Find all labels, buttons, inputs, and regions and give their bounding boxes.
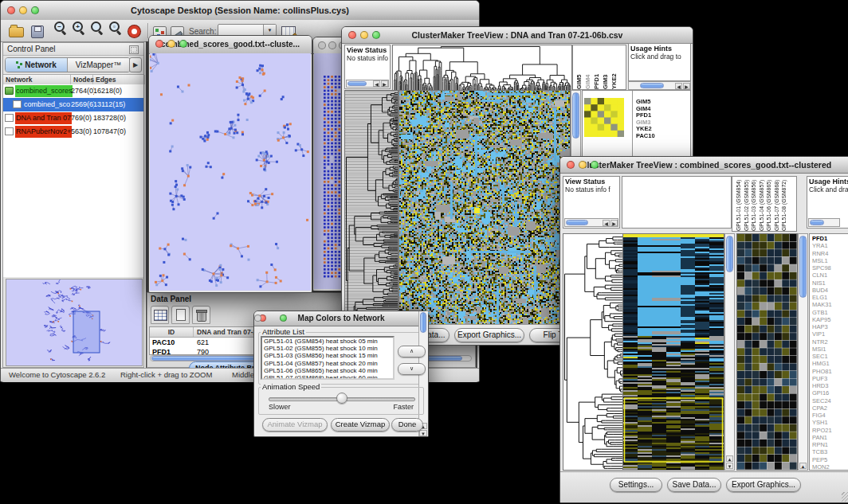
network-overview-canvas[interactable] (6, 279, 142, 365)
help-icon[interactable] (128, 23, 144, 39)
network-overview-panel[interactable] (6, 279, 143, 366)
zoom-window-icon[interactable] (280, 315, 287, 322)
scrollbar-thumb[interactable] (572, 92, 579, 139)
gene-label[interactable]: FIG4 (812, 412, 848, 419)
gene-label[interactable]: PHO81 (812, 368, 848, 375)
zoom-out-icon[interactable]: − (53, 21, 68, 35)
scrollbar-thumb[interactable] (640, 83, 664, 88)
gene-label[interactable]: CLN1 (812, 272, 848, 279)
scrollbar-thumb[interactable] (347, 81, 367, 86)
zoom-in-icon[interactable]: + (72, 21, 86, 35)
zoom-window-icon[interactable] (591, 161, 599, 169)
network-view-window[interactable]: combined_scores_good.txt--cluste... (148, 35, 312, 293)
scrollbar-thumb[interactable] (566, 220, 588, 225)
column-label[interactable]: GPL51-01 (GSM854) (735, 177, 743, 231)
column-tree-panel[interactable] (622, 176, 732, 229)
similarity-matrix-canvas[interactable] (584, 98, 624, 137)
column-label[interactable]: GPL51-08 (GSM872) (780, 177, 788, 231)
scroll-up-icon[interactable]: ▲ (799, 463, 807, 469)
minimize-icon[interactable] (19, 6, 27, 14)
gene-label[interactable]: BUD4 (812, 287, 848, 294)
gene-label[interactable]: PFD1 (812, 235, 848, 242)
gene-label[interactable]: HMG1 (812, 360, 848, 367)
attribute-list-item[interactable]: GPL51-03 (GSM856) heat shock 15 min (262, 352, 393, 359)
zoom-scrollbar[interactable]: ▲ (798, 233, 808, 471)
gene-label[interactable]: PUF3 (812, 375, 848, 382)
scrollbar-thumb[interactable] (726, 236, 733, 272)
node-attributes-tab[interactable] (151, 306, 169, 324)
treeview-button[interactable]: Save Data... (667, 478, 721, 492)
float-panel-icon[interactable] (129, 45, 139, 54)
heatmap-scrollbar[interactable]: ▲ ▼ (724, 233, 735, 471)
delete-attribute-icon[interactable] (192, 306, 210, 324)
gene-label[interactable]: PAC10 (636, 133, 655, 140)
column-label[interactable]: GPL51-03 (GSM856) (750, 177, 758, 231)
dialog-button[interactable]: Create Vizmap (331, 418, 390, 432)
gene-label[interactable]: MSI1 (812, 346, 848, 353)
tab-overflow-icon[interactable]: ▶ (129, 57, 142, 72)
treeview-window-combined[interactable]: ClusterMaker TreeView : combined_scores_… (559, 156, 848, 503)
gene-label[interactable]: SEC1 (812, 353, 848, 360)
zoom-window-icon[interactable] (372, 31, 380, 39)
column-label[interactable]: GPL51-07 (GSM868) (773, 177, 781, 231)
gene-label[interactable]: KAP95 (812, 316, 848, 323)
row-dendrogram-canvas[interactable] (563, 233, 624, 471)
scroll-right-icon[interactable]: ▶ (381, 80, 388, 87)
open-file-icon[interactable] (9, 23, 25, 39)
treeview-button[interactable]: Settings... (610, 478, 662, 492)
main-title-bar[interactable]: Cytoscape Desktop (Session Name: collins… (1, 1, 479, 21)
gene-label[interactable]: ELG1 (812, 294, 848, 301)
close-icon[interactable] (7, 6, 15, 14)
column-label[interactable]: GIM3 (602, 45, 609, 89)
scrollbar[interactable]: ◀ ▶ (628, 81, 691, 90)
attribute-list-item[interactable]: GPL51-01 (GSM854) heat shock 05 min (262, 338, 393, 345)
scroll-right-icon[interactable]: ▶ (683, 83, 690, 89)
scrollbar-thumb[interactable] (810, 220, 824, 225)
column-label[interactable]: GPL51-02 (GSM855) (743, 177, 751, 231)
attribute-list-item[interactable]: GPL51-02 (GSM855) heat shock 10 min (262, 345, 393, 352)
row-dendrogram-canvas[interactable] (344, 90, 398, 326)
gene-label[interactable]: YSH1 (812, 419, 848, 426)
minimize-icon[interactable] (328, 41, 336, 49)
scroll-left-icon[interactable]: ◀ (373, 80, 380, 87)
column-label[interactable]: GIM5 (575, 45, 583, 89)
dialog-button[interactable]: Animate Vizmap (262, 418, 328, 432)
move-up-button[interactable]: ∧ (398, 346, 426, 357)
scroll-left-icon[interactable]: ◀ (603, 220, 610, 226)
gene-label[interactable]: PAN1 (812, 434, 848, 441)
minimize-icon[interactable] (360, 31, 368, 39)
zoom-fit-icon[interactable] (90, 21, 104, 35)
network-canvas[interactable] (150, 53, 311, 291)
minimize-icon[interactable] (167, 40, 175, 48)
close-icon[interactable] (348, 31, 356, 39)
gene-label[interactable]: NIS1 (812, 279, 848, 287)
gene-label[interactable]: GTB1 (812, 309, 848, 316)
gene-label[interactable]: PEP5 (812, 456, 848, 463)
gene-label[interactable]: RNR4 (812, 250, 848, 257)
attribute-list-item[interactable]: GPL51-04 (GSM857) heat shock 20 min (262, 360, 393, 367)
gene-label[interactable]: NTR2 (812, 338, 848, 346)
window-title-bar[interactable]: combined_scores_good.txt--cluste... (149, 36, 312, 54)
column-label[interactable]: GPL51-04 (GSM857) (758, 177, 766, 231)
table-row[interactable]: DNA and Tran 07 769(0) 183728(0) (3, 111, 143, 125)
scrollbar-thumb[interactable] (420, 312, 426, 333)
gene-label[interactable]: MSL1 (812, 257, 848, 264)
attribute-list-item[interactable]: GPL51-07 (GSM868) heat shock 60 min (262, 374, 393, 380)
scrollbar[interactable]: ◀ ▶ (564, 218, 618, 227)
treeview-button[interactable]: Export Graphics... (454, 328, 524, 342)
scroll-down-icon[interactable]: ▼ (726, 463, 733, 469)
zoom-window-icon[interactable] (179, 40, 187, 48)
column-label[interactable]: PFD1 (593, 45, 600, 89)
gene-label[interactable]: VIP1 (812, 330, 848, 338)
close-icon[interactable] (155, 40, 163, 48)
column-label[interactable]: YKE2 (610, 45, 618, 89)
column-dendrogram-canvas[interactable] (392, 45, 572, 91)
treeview-button[interactable]: Export Graphics... (726, 478, 801, 492)
gene-label[interactable]: SPC98 (812, 264, 848, 272)
gene-label[interactable]: SEC24 (812, 397, 848, 404)
scroll-left-icon[interactable]: ◀ (675, 83, 682, 89)
close-icon[interactable] (567, 161, 575, 169)
gene-label[interactable]: MON2 (812, 463, 848, 471)
slider-thumb[interactable] (336, 393, 347, 404)
gene-label[interactable]: TCB3 (812, 448, 848, 455)
